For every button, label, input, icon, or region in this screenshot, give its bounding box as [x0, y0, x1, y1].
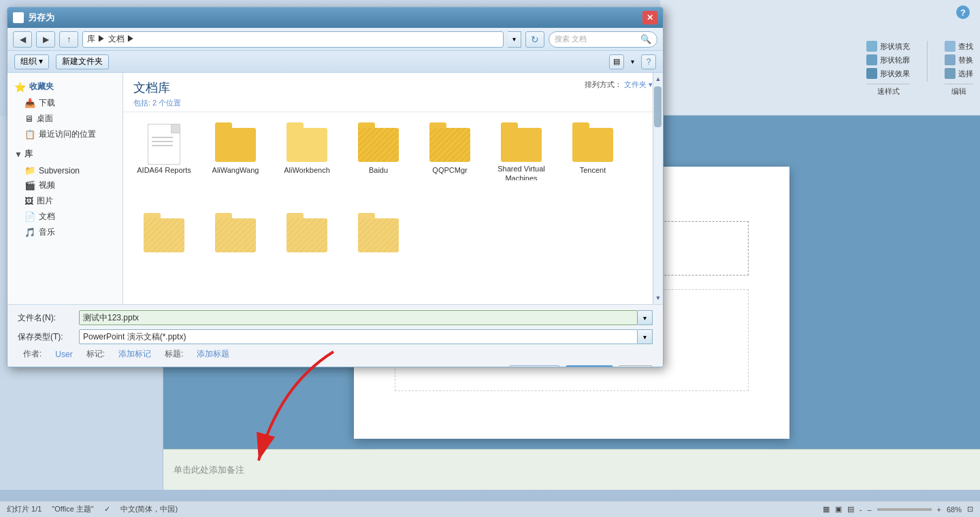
- zoom-slider[interactable]: [877, 508, 932, 511]
- filetype-dropdown[interactable]: ▾: [638, 329, 653, 344]
- nav-document[interactable]: 📄 文档: [7, 209, 122, 224]
- save-button[interactable]: 保存(S): [566, 365, 613, 367]
- nav-download[interactable]: 📥 下载: [7, 95, 122, 111]
- sort-value[interactable]: 文件夹 ▾: [624, 80, 653, 88]
- file-item-aliworkbench[interactable]: AliWorkbench: [273, 119, 341, 184]
- shape-fill-item[interactable]: 形状填充: [866, 41, 910, 52]
- fill-icon: [866, 41, 877, 52]
- file-icon-aida64: [144, 122, 184, 163]
- file-item-aida64[interactable]: AIDA64 Reports: [130, 119, 198, 184]
- video-icon: 🎬: [24, 180, 35, 190]
- sort-label: 排列方式：: [585, 80, 622, 88]
- dialog-close-button[interactable]: ✕: [642, 11, 657, 24]
- help-icon[interactable]: ?: [956, 5, 970, 19]
- theme-info: "Office 主题": [52, 504, 93, 514]
- file-item-extra4[interactable]: [344, 210, 412, 274]
- file-item-aliwangwang[interactable]: AliWangWang: [201, 119, 270, 184]
- organize-button[interactable]: 组织 ▾: [14, 54, 49, 69]
- recent-icon: 📋: [24, 129, 35, 139]
- nav-subversion[interactable]: 📁 Subversion: [7, 163, 122, 178]
- doc-icon-aida64: [148, 124, 180, 165]
- zoom-out-icon[interactable]: –: [867, 505, 871, 514]
- file-icon-extra4: [358, 213, 399, 254]
- find-item[interactable]: 查找: [945, 41, 973, 52]
- zoom-in-icon[interactable]: +: [937, 505, 941, 514]
- shape-group-label: 速样式: [866, 84, 910, 97]
- status-right: ▦ ▣ ▤ - – + 68% ⊡: [823, 505, 973, 514]
- up-icon: ↑: [67, 35, 71, 44]
- doc-line1: [152, 137, 173, 138]
- nav-desktop[interactable]: 🖥 桌面: [7, 111, 122, 127]
- tools-button[interactable]: 工具(L) ▾: [509, 365, 560, 367]
- dialog-leftnav: ⭐ 收藏夹 📥 下载 🖥 桌面 📋 最近访问的位置 ▼ 库: [7, 73, 123, 304]
- shape-effect-item[interactable]: 形状效果: [866, 68, 910, 79]
- favorites-header[interactable]: ⭐ 收藏夹: [7, 78, 122, 95]
- dialog-titlebar: 另存为 ✕: [7, 7, 663, 28]
- cancel-button[interactable]: 取消: [619, 365, 653, 367]
- shape-outline-item[interactable]: 形状轮廓: [866, 54, 910, 65]
- files-subtitle[interactable]: 包括: 2 个位置: [133, 98, 181, 108]
- view-toggle-button[interactable]: ▤: [609, 54, 624, 69]
- file-item-extra1[interactable]: [130, 210, 198, 274]
- folder-icon-tencent: [572, 128, 613, 162]
- zoom-expand-icon[interactable]: ⊡: [967, 505, 973, 514]
- file-icon-aliwangwang: [215, 122, 256, 163]
- filename-input[interactable]: [79, 310, 638, 325]
- new-folder-button[interactable]: 新建文件夹: [56, 54, 109, 69]
- zoom-level: 68%: [947, 505, 962, 514]
- tags-link[interactable]: 添加标记: [118, 348, 151, 360]
- file-item-shared-vm[interactable]: Shared Virtual Machines: [487, 119, 555, 184]
- search-box[interactable]: 搜索 文档 🔍: [549, 31, 657, 48]
- filetype-input[interactable]: [79, 329, 638, 344]
- library-header[interactable]: ▼ 库: [7, 145, 122, 163]
- address-bar[interactable]: 库 ▶ 文档 ▶: [82, 31, 504, 48]
- replace-item[interactable]: 替换: [945, 54, 973, 65]
- dialog-toolbar: ◀ ▶ ↑ 库 ▶ 文档 ▶ ▾ ↻ 搜索 文档 🔍: [7, 28, 663, 51]
- check-icon: ✓: [104, 505, 110, 514]
- back-button[interactable]: ◀: [13, 31, 32, 48]
- file-icon-aliworkbench: [287, 122, 327, 163]
- library-label: 库: [24, 148, 33, 160]
- filename-dropdown[interactable]: ▾: [638, 310, 653, 325]
- file-item-extra2[interactable]: [201, 210, 270, 274]
- view-normal-icon[interactable]: ▣: [835, 505, 842, 514]
- forward-button[interactable]: ▶: [36, 31, 55, 48]
- up-button[interactable]: ↑: [59, 31, 78, 48]
- file-item-tencent[interactable]: Tencent: [559, 119, 627, 184]
- sort-control[interactable]: 排列方式： 文件夹 ▾: [585, 80, 653, 90]
- file-item-qqpcmgr[interactable]: QQPCMgr: [416, 119, 484, 184]
- shape-outline-label: 形状轮廓: [880, 55, 910, 65]
- select-label: 选择: [958, 69, 973, 79]
- subject-link[interactable]: 添加标题: [197, 348, 229, 360]
- scroll-arrow-up[interactable]: ▲: [653, 73, 663, 85]
- scroll-thumb[interactable]: [654, 86, 662, 127]
- select-item[interactable]: 选择: [945, 68, 973, 79]
- file-label-shared-vm: Shared Virtual Machines: [491, 164, 552, 180]
- forward-icon: ▶: [43, 35, 49, 44]
- subversion-label: Subversion: [39, 166, 80, 176]
- meta-row: 作者: User 标记: 添加标记 标题: 添加标题: [18, 348, 653, 360]
- effect-icon: [866, 68, 877, 79]
- address-text: 库 ▶ 文档 ▶: [87, 33, 135, 45]
- notes-area[interactable]: 单击此处添加备注: [163, 449, 980, 490]
- image-label: 图片: [37, 195, 53, 207]
- nav-recent[interactable]: 📋 最近访问的位置: [7, 127, 122, 142]
- find-label: 查找: [958, 41, 973, 52]
- nav-image[interactable]: 🖼 图片: [7, 193, 122, 209]
- nav-music[interactable]: 🎵 音乐: [7, 224, 122, 240]
- folder-icon-shared-vm: [501, 128, 542, 162]
- address-dropdown[interactable]: ▾: [508, 31, 521, 48]
- dialog-help-button[interactable]: ?: [641, 54, 656, 69]
- author-label: 作者:: [23, 348, 42, 360]
- nav-video[interactable]: 🎬 视频: [7, 178, 122, 193]
- scroll-arrow-down[interactable]: ▼: [653, 292, 663, 304]
- folder-icon-qqpcmgr: [429, 128, 470, 162]
- view-grid-icon[interactable]: ▦: [823, 505, 830, 514]
- author-value[interactable]: User: [55, 350, 72, 359]
- file-item-baidu[interactable]: Baidu: [344, 119, 412, 184]
- view-slide-icon[interactable]: ▤: [847, 505, 854, 514]
- refresh-button[interactable]: ↻: [525, 31, 544, 48]
- file-item-extra3[interactable]: [273, 210, 341, 274]
- music-icon: 🎵: [24, 227, 35, 237]
- view-dropdown[interactable]: ▾: [631, 58, 634, 65]
